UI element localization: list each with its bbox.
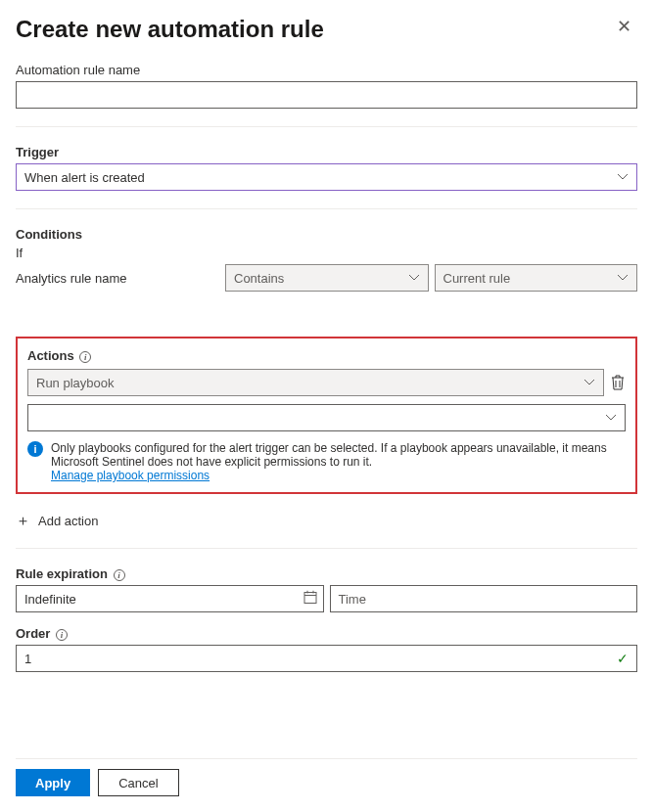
info-icon[interactable]: i xyxy=(79,351,91,363)
info-icon[interactable]: i xyxy=(114,569,125,581)
expiration-label: Rule expiration i xyxy=(16,566,637,581)
info-icon[interactable]: i xyxy=(56,629,68,641)
actions-highlight-box: Actions i Run playbook i Only playbooks … xyxy=(16,337,637,494)
playbook-info-text: Only playbooks configured for the alert … xyxy=(51,441,607,469)
checkmark-icon: ✓ xyxy=(617,651,629,666)
condition-value-select[interactable]: Current rule xyxy=(435,264,638,292)
trigger-select[interactable]: When alert is created xyxy=(16,163,637,191)
apply-button[interactable]: Apply xyxy=(16,769,90,796)
info-text-block: Only playbooks configured for the alert … xyxy=(51,441,626,482)
rule-name-section: Automation rule name xyxy=(16,63,637,109)
order-section: Order i 1 ✓ xyxy=(16,626,637,672)
divider xyxy=(16,208,637,209)
manage-permissions-link[interactable]: Manage playbook permissions xyxy=(51,469,210,482)
if-label: If xyxy=(16,246,637,260)
order-label: Order i xyxy=(16,626,637,641)
svg-rect-0 xyxy=(304,593,316,604)
page-title: Create new automation rule xyxy=(16,16,324,43)
condition-field-label: Analytics rule name xyxy=(16,271,219,286)
divider xyxy=(16,548,637,549)
chevron-down-icon xyxy=(583,379,595,386)
cancel-button[interactable]: Cancel xyxy=(98,769,178,796)
expiration-date-value: Indefinite xyxy=(24,592,76,607)
conditions-label: Conditions xyxy=(16,227,637,242)
expiration-section: Rule expiration i Indefinite Time xyxy=(16,566,637,612)
add-action-label: Add action xyxy=(38,514,98,528)
condition-operator-value: Contains xyxy=(234,271,284,286)
chevron-down-icon xyxy=(605,414,617,422)
close-icon[interactable]: ✕ xyxy=(611,16,637,37)
trigger-value: When alert is created xyxy=(24,170,145,185)
expiration-time-placeholder: Time xyxy=(339,592,366,607)
expiration-time-input[interactable]: Time xyxy=(330,585,638,612)
conditions-section: Conditions If Analytics rule name Contai… xyxy=(16,227,637,292)
calendar-icon xyxy=(303,591,317,608)
action-type-value: Run playbook xyxy=(36,376,115,390)
action-type-select[interactable]: Run playbook xyxy=(27,369,604,396)
order-value: 1 xyxy=(24,652,31,666)
trigger-section: Trigger When alert is created xyxy=(16,145,637,191)
condition-value: Current rule xyxy=(443,271,511,286)
playbook-select[interactable] xyxy=(27,404,626,431)
divider xyxy=(16,758,637,759)
actions-label: Actions i xyxy=(27,348,626,363)
trigger-label: Trigger xyxy=(16,145,637,159)
rule-name-label: Automation rule name xyxy=(16,63,637,77)
divider xyxy=(16,126,637,127)
delete-action-icon[interactable] xyxy=(610,373,626,392)
chevron-down-icon xyxy=(617,274,629,282)
expiration-date-input[interactable]: Indefinite xyxy=(16,585,324,612)
chevron-down-icon xyxy=(408,274,420,282)
order-select[interactable]: 1 ✓ xyxy=(16,645,637,672)
chevron-down-icon xyxy=(617,173,629,181)
condition-operator-select[interactable]: Contains xyxy=(225,264,429,292)
rule-name-input[interactable] xyxy=(16,81,637,109)
plus-icon: ＋ xyxy=(16,512,30,530)
add-action-button[interactable]: ＋ Add action xyxy=(16,512,98,530)
info-badge-icon: i xyxy=(27,441,43,457)
